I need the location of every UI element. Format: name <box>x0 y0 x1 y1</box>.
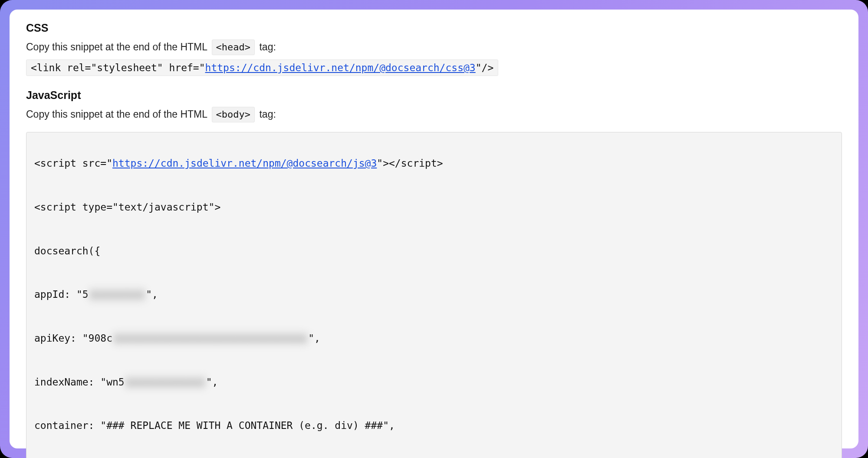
code-line-script-src: <script src="https://cdn.jsdelivr.net/np… <box>34 156 834 171</box>
code-line-indexname: indexName: "wn5xxxxxxxxxxxxx", <box>34 375 834 389</box>
js-heading: JavaScript <box>26 89 842 102</box>
content-panel: CSS Copy this snippet at the end of the … <box>10 10 858 448</box>
gradient-frame: CSS Copy this snippet at the end of the … <box>0 0 868 458</box>
body-tag-chip: <body> <box>212 107 255 122</box>
code-src-link[interactable]: https://cdn.jsdelivr.net/npm/@docsearch/… <box>112 158 377 169</box>
css-heading: CSS <box>26 22 842 34</box>
code-line-script-open: <script type="text/javascript"> <box>34 200 834 214</box>
css-instruction-prefix: Copy this snippet at the end of the HTML <box>26 41 207 53</box>
css-snippet-link[interactable]: https://cdn.jsdelivr.net/npm/@docsearch/… <box>205 62 476 73</box>
css-instruction: Copy this snippet at the end of the HTML… <box>26 40 842 55</box>
code-line-apikey: apiKey: "908cxxxxxxxxxxxxxxxxxxxxxxxxxxx… <box>34 331 834 346</box>
js-instruction: Copy this snippet at the end of the HTML… <box>26 107 842 122</box>
appid-redacted: xxxxxxxxx <box>89 287 146 302</box>
apikey-redacted: xxxxxxxxxxxxxxxxxxxxxxxxxxxxxxxx <box>112 331 308 346</box>
js-instruction-prefix: Copy this snippet at the end of the HTML <box>26 109 207 120</box>
apikey-suffix: ", <box>308 333 320 344</box>
apikey-prefix: apiKey: "908c <box>34 333 112 344</box>
indexname-suffix: ", <box>206 376 218 388</box>
js-code-block[interactable]: <script src="https://cdn.jsdelivr.net/np… <box>26 132 842 458</box>
css-instruction-suffix: tag: <box>256 41 276 53</box>
code-src-prefix: <script src=" <box>34 158 112 169</box>
indexname-prefix: indexName: "wn5 <box>34 376 125 388</box>
js-instruction-suffix: tag: <box>256 109 276 120</box>
head-tag-chip: <head> <box>212 40 255 55</box>
appid-suffix: ", <box>146 289 158 300</box>
code-line-container: container: "### REPLACE ME WITH A CONTAI… <box>34 418 834 433</box>
indexname-redacted: xxxxxxxxxxxxx <box>125 375 206 389</box>
css-snippet-prefix: <link rel="stylesheet" href=" <box>31 62 205 73</box>
css-snippet[interactable]: <link rel="stylesheet" href="https://cdn… <box>26 59 498 76</box>
css-snippet-suffix: "/> <box>476 62 494 73</box>
appid-prefix: appId: "5 <box>34 289 89 300</box>
css-snippet-row: <link rel="stylesheet" href="https://cdn… <box>26 59 842 76</box>
code-src-suffix: "></script> <box>377 158 443 169</box>
code-line-docsearch-open: docsearch({ <box>34 244 834 258</box>
code-line-appid: appId: "5xxxxxxxxx", <box>34 287 834 302</box>
